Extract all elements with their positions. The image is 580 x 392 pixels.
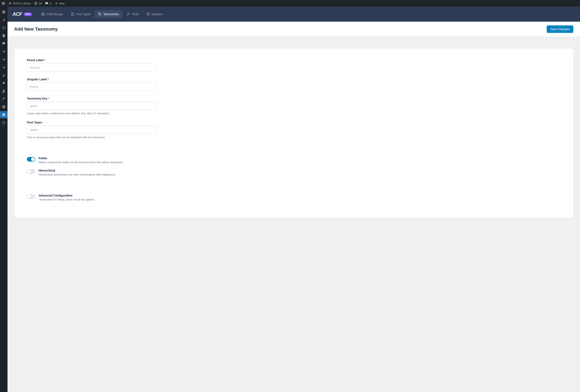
plural-label-text: Plural Label xyxy=(27,59,43,62)
acf-logo: ACF PRO xyxy=(12,11,32,17)
refresh-link[interactable]: 14 xyxy=(34,2,42,5)
site-name-link[interactable]: ACF 6.1 Demo xyxy=(8,2,31,5)
page-titlebar: Add New Taxonomy Save Changes xyxy=(7,22,580,37)
users-icon[interactable] xyxy=(0,88,7,95)
page-title: Add New Taxonomy xyxy=(14,26,58,32)
tab-tools[interactable]: Tools xyxy=(123,10,142,18)
taxonomy-key-input[interactable] xyxy=(27,102,156,110)
dashboard-icon[interactable] xyxy=(0,8,7,15)
media-icon[interactable] xyxy=(0,24,7,31)
site-name-text: ACF 6.1 Demo xyxy=(13,2,31,5)
required-marker: * xyxy=(44,59,45,62)
plugins-icon[interactable] xyxy=(0,80,7,87)
card-area: Plural Label * Singular Label * Taxonomy… xyxy=(7,37,580,226)
refresh-count: 14 xyxy=(39,2,42,5)
new-label: New xyxy=(59,2,65,5)
post-types-label: Post Types xyxy=(27,121,156,124)
required-marker: * xyxy=(48,97,49,100)
tools-icon[interactable] xyxy=(0,95,7,102)
section-divider xyxy=(27,185,561,186)
tab-label: Post Types xyxy=(76,12,90,16)
pin-icon[interactable] xyxy=(0,16,7,23)
toggle-advanced-label: Advanced Configuration xyxy=(38,194,95,197)
pin4-icon[interactable] xyxy=(0,64,7,71)
pin3-icon[interactable] xyxy=(0,56,7,63)
pin2-icon[interactable] xyxy=(0,48,7,55)
svg-line-8 xyxy=(127,13,128,14)
collapse-icon[interactable] xyxy=(0,119,7,126)
field-plural-label: Plural Label * xyxy=(27,59,156,72)
toggle-advanced-help: I know what I'm doing, show me all the o… xyxy=(38,198,95,201)
new-link[interactable]: New xyxy=(55,2,65,5)
toggle-public-help: Makes a taxonomy visible on the frontend… xyxy=(38,161,124,164)
tab-label: Tools xyxy=(132,12,139,16)
tab-field-groups[interactable]: Field Groups xyxy=(38,10,66,18)
post-types-help: One or many post types that can be class… xyxy=(27,136,156,139)
required-marker: * xyxy=(48,78,49,81)
comments-link[interactable]: 0 xyxy=(45,2,51,5)
singular-label-input[interactable] xyxy=(27,83,156,91)
acf-menu-icon[interactable] xyxy=(0,111,7,118)
pages-icon[interactable] xyxy=(0,32,7,39)
appearance-icon[interactable] xyxy=(0,72,7,79)
wp-sidebar xyxy=(0,7,7,392)
toggle-public-label: Public xyxy=(38,157,124,160)
svg-point-7 xyxy=(99,13,99,14)
tab-label: Field Groups xyxy=(46,12,63,16)
wp-adminbar: ACF 6.1 Demo 14 0 New xyxy=(0,0,580,7)
acf-header: ACF PRO Field Groups Post Types Taxonomi… xyxy=(7,7,580,22)
post-types-placeholder: Select xyxy=(30,128,38,132)
plural-label-label: Plural Label * xyxy=(27,59,156,62)
singular-label-label: Singular Label * xyxy=(27,78,156,81)
toggle-advanced[interactable] xyxy=(27,194,35,199)
taxonomy-form-card: Plural Label * Singular Label * Taxonomy… xyxy=(14,48,573,218)
taxonomy-key-text: Taxonomy Key xyxy=(27,97,47,100)
acf-logo-text: ACF xyxy=(12,11,22,17)
acf-tabs: Field Groups Post Types Taxonomies Tools… xyxy=(38,10,166,18)
toggle-public[interactable] xyxy=(27,157,35,162)
toggle-advanced-row: Advanced Configuration I know what I'm d… xyxy=(27,194,561,201)
settings-icon[interactable] xyxy=(0,103,7,110)
singular-label-text: Singular Label xyxy=(27,78,47,81)
toggle-hierarchical-row: Hierarchical Hierarchical taxonomies can… xyxy=(27,169,561,176)
toggle-hierarchical[interactable] xyxy=(27,169,35,174)
tab-label: Taxonomies xyxy=(103,12,119,16)
tab-label: Updates xyxy=(152,12,162,16)
taxonomy-key-label: Taxonomy Key * xyxy=(27,97,156,100)
field-singular-label: Singular Label * xyxy=(27,78,156,91)
toggle-hierarchical-help: Hierarchical taxonomies can have descend… xyxy=(38,173,116,176)
comments-count: 0 xyxy=(50,2,51,5)
tab-taxonomies[interactable]: Taxonomies xyxy=(95,10,122,18)
tab-post-types[interactable]: Post Types xyxy=(67,10,94,18)
toggle-hierarchical-label: Hierarchical xyxy=(38,169,116,172)
save-changes-button[interactable]: Save Changes xyxy=(547,25,573,33)
wp-logo[interactable] xyxy=(2,2,5,5)
post-types-select[interactable]: Select xyxy=(27,126,156,134)
tab-updates[interactable]: Updates xyxy=(143,10,166,18)
comments-icon[interactable] xyxy=(0,40,7,47)
plural-label-input[interactable] xyxy=(27,64,156,72)
taxonomy-key-help: Lower case letters, underscores and dash… xyxy=(27,112,156,115)
svg-rect-1 xyxy=(42,13,44,16)
field-taxonomy-key: Taxonomy Key * Lower case letters, under… xyxy=(27,97,156,115)
toggle-public-row: Public Makes a taxonomy visible on the f… xyxy=(27,157,561,164)
field-post-types: Post Types Select One or many post types… xyxy=(27,121,156,139)
pro-badge: PRO xyxy=(24,12,32,16)
